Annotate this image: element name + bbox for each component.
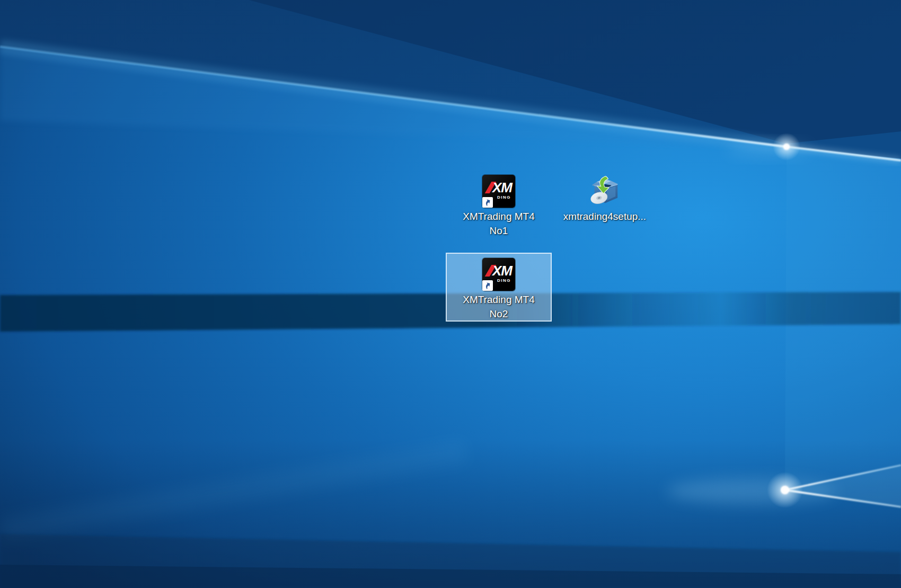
shortcut-arrow-icon [482, 197, 493, 208]
xm-mt4-icon: XM DING [482, 258, 515, 291]
desktop-icon-xmtrading4setup[interactable]: xmtrading4setup... [552, 170, 658, 238]
shortcut-arrow-icon [482, 280, 493, 291]
icon-label: XMTrading MT4 No2 [463, 292, 535, 321]
xm-logo-text: XM [492, 264, 512, 278]
desktop-icon-xmtrading-mt4-no1[interactable]: XM DING XMTrading MT4 No1 [446, 170, 552, 238]
xm-logo-subtext: DING [497, 195, 511, 200]
desktop-icon-xmtrading-mt4-no2[interactable]: XM DING XMTrading MT4 No2 [446, 253, 552, 322]
icon-label: xmtrading4setup... [563, 209, 646, 224]
icon-label-line2: No1 [463, 224, 535, 238]
installer-box-icon [588, 175, 621, 208]
xm-logo-subtext: DING [497, 278, 511, 283]
wallpaper-bottom-shading [0, 440, 901, 588]
desktop[interactable]: XM DING XMTrading MT4 No1 [0, 0, 901, 588]
icon-label-line1: xmtrading4setup... [563, 209, 646, 224]
xm-logo-text: XM [492, 181, 512, 194]
icon-label: XMTrading MT4 No1 [463, 209, 535, 238]
xm-mt4-icon: XM DING [482, 175, 515, 208]
icon-label-line1: XMTrading MT4 [463, 209, 535, 224]
icon-label-line2: No2 [463, 307, 535, 321]
icon-label-line1: XMTrading MT4 [463, 292, 535, 307]
